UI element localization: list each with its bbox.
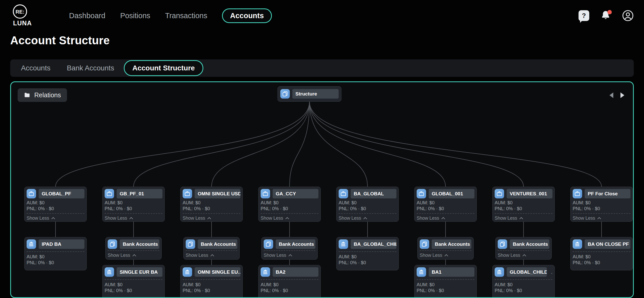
show-less-toggle[interactable]: Show Less	[498, 250, 549, 258]
node-pnl: PNL: 0% · $0	[183, 206, 240, 212]
svg-text:LUNA: LUNA	[13, 19, 32, 27]
folder-icon	[24, 92, 31, 99]
node-label[interactable]: BA1	[429, 267, 474, 277]
node-stats: AUM: $0PNL: 0% · $0	[183, 279, 240, 294]
show-less-label: Show Less	[105, 216, 127, 221]
tab-accounts[interactable]: Accounts	[14, 64, 57, 72]
chevron-up-icon	[288, 254, 292, 258]
bank-icon	[183, 267, 192, 277]
show-less-toggle[interactable]: Show Less	[108, 250, 159, 258]
bank-accounts-group-node: Bank AccountsShow Less	[183, 237, 240, 260]
bank-icon	[27, 239, 36, 249]
node-stats: AUM: $0PNL: 0% · $0	[261, 279, 318, 294]
show-less-toggle[interactable]: Show Less	[105, 213, 162, 221]
show-less-label: Show Less	[339, 216, 361, 221]
show-less-toggle[interactable]: Show Less	[495, 213, 552, 221]
show-less-toggle[interactable]: Show Less	[261, 213, 318, 221]
portfolio-node: OMNI SINGLE USD …AUM: $0PNL: 0% · $0Show…	[180, 187, 243, 222]
top-nav-bar: RE: LUNA Dashboard Positions Transaction…	[0, 0, 644, 31]
bank-account-node: BA1AUM: $0PNL: 0% · $0	[414, 265, 477, 298]
bank-accounts-group-node: Bank AccountsShow Less	[261, 237, 318, 260]
node-label[interactable]: OMNI SINGLE USD …	[195, 189, 240, 198]
stack-icon	[420, 239, 429, 249]
show-less-toggle[interactable]: Show Less	[264, 250, 315, 258]
node-stats: AUM: $0PNL: 0% · $0	[105, 279, 162, 294]
show-less-label: Show Less	[108, 253, 130, 258]
portfolio-icon	[339, 189, 348, 198]
node-label[interactable]: VENTURES_001	[507, 189, 552, 198]
node-pnl: PNL: 0% · $0	[339, 206, 396, 212]
next-arrow-icon[interactable]	[619, 91, 625, 99]
show-less-toggle[interactable]: Show Less	[186, 250, 237, 258]
show-less-label: Show Less	[27, 216, 49, 221]
tab-bank-accounts[interactable]: Bank Accounts	[60, 64, 121, 72]
show-less-label: Show Less	[261, 216, 283, 221]
nav-dashboard[interactable]: Dashboard	[69, 12, 105, 20]
node-label[interactable]: PF For Close	[585, 189, 630, 198]
node-aum: AUM: $0	[339, 254, 396, 260]
node-pnl: PNL: 0% · $0	[495, 206, 552, 212]
node-stats: AUM: $0PNL: 0% · $0	[573, 251, 630, 266]
node-label[interactable]: IPAD BA	[39, 239, 84, 249]
node-label[interactable]: BA_GLOBAL_CHILD	[351, 239, 396, 249]
node-label[interactable]: Bank Accounts	[198, 239, 237, 249]
portfolio-node: GLOBAL_PFAUM: $0PNL: 0% · $0Show Less	[24, 187, 87, 222]
show-less-toggle[interactable]: Show Less	[573, 213, 630, 221]
node-stats: AUM: $0PNL: 0% · $0	[339, 251, 396, 266]
node-label[interactable]: GB_PF_01	[117, 189, 162, 198]
node-label[interactable]: GA_CCY	[273, 189, 318, 198]
node-aum: AUM: $0	[183, 200, 240, 206]
nav-transactions[interactable]: Transactions	[165, 12, 207, 20]
root-node-label[interactable]: Structure	[292, 89, 339, 99]
show-less-label: Show Less	[183, 216, 205, 221]
help-icon[interactable]: ?	[579, 10, 589, 21]
portfolio-icon	[105, 189, 114, 198]
chevron-up-icon	[285, 217, 289, 221]
relations-button[interactable]: Relations	[18, 88, 67, 102]
nav-positions[interactable]: Positions	[120, 12, 150, 20]
node-label[interactable]: SINGLE EUR BA	[117, 267, 162, 277]
node-label[interactable]: BA_GLOBAL	[351, 189, 396, 198]
notifications-icon[interactable]	[600, 10, 611, 21]
tab-bar: Accounts Bank Accounts Account Structure	[10, 59, 634, 77]
tab-account-structure[interactable]: Account Structure	[124, 60, 203, 76]
node-stats: AUM: $0PNL: 0% · $0	[183, 200, 240, 212]
show-less-toggle[interactable]: Show Less	[183, 213, 240, 221]
node-label[interactable]: Bank Accounts	[432, 239, 471, 249]
node-label[interactable]: Bank Accounts	[276, 239, 315, 249]
prev-arrow-icon[interactable]	[608, 91, 614, 99]
show-less-label: Show Less	[495, 216, 517, 221]
stack-icon	[108, 239, 117, 249]
chevron-up-icon	[441, 217, 445, 221]
notification-badge	[607, 10, 612, 14]
node-label[interactable]: OMNI SINGLE EU…	[195, 267, 240, 277]
node-label[interactable]: BA2	[273, 267, 318, 277]
show-less-toggle[interactable]: Show Less	[420, 250, 471, 258]
stack-icon	[264, 239, 273, 249]
chevron-up-icon	[445, 254, 448, 258]
bank-icon	[339, 239, 348, 249]
root-node-structure[interactable]: Structure	[277, 86, 341, 102]
bank-accounts-group-node: Bank AccountsShow Less	[495, 237, 552, 260]
profile-icon[interactable]	[622, 10, 634, 22]
show-less-label: Show Less	[498, 253, 520, 258]
node-label[interactable]: GLOBAL_CHILD	[507, 267, 547, 277]
node-label[interactable]: BA ON CLOSE PF	[585, 239, 630, 249]
show-less-toggle[interactable]: Show Less	[27, 213, 84, 221]
truncation-dot: .	[551, 269, 552, 275]
show-less-toggle[interactable]: Show Less	[417, 213, 474, 221]
node-label[interactable]: Bank Accounts	[510, 239, 549, 249]
node-aum: AUM: $0	[417, 282, 474, 288]
node-label[interactable]: Bank Accounts	[120, 239, 159, 249]
portfolio-node: VENTURES_001AUM: $0PNL: 0% · $0Show Less	[492, 187, 555, 222]
chevron-up-icon	[132, 254, 136, 258]
portfolio-icon	[573, 189, 582, 198]
nav-accounts[interactable]: Accounts	[222, 8, 272, 23]
node-aum: AUM: $0	[27, 254, 84, 260]
node-label[interactable]: GLOBAL_PF	[39, 189, 84, 198]
show-less-toggle[interactable]: Show Less	[339, 213, 396, 221]
node-label[interactable]: GLOBAL_001	[429, 189, 474, 198]
bank-account-node: SINGLE EUR BAAUM: $0PNL: 0% · $0	[102, 265, 165, 298]
bank-icon	[105, 267, 114, 277]
chevron-up-icon	[597, 217, 601, 221]
